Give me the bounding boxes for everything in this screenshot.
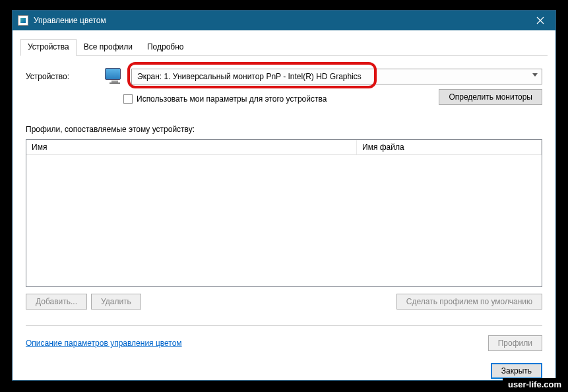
column-file[interactable]: Имя файла [357, 140, 542, 154]
use-settings-checkbox[interactable] [123, 94, 133, 104]
close-button[interactable]: Закрыть [491, 363, 542, 379]
column-name[interactable]: Имя [26, 140, 357, 154]
app-icon [18, 15, 28, 26]
close-icon[interactable] [525, 11, 555, 30]
device-combo-wrap: Экран: 1. Универсальный монитор PnP - In… [131, 69, 542, 84]
set-default-button: Сделать профилем по умолчанию [396, 294, 542, 310]
device-dropdown[interactable]: Экран: 1. Универсальный монитор PnP - In… [131, 69, 542, 84]
tab-devices[interactable]: Устройства [20, 39, 77, 56]
client-area: Устройства Все профили Подробно Устройст… [13, 30, 555, 391]
device-row: Устройство: Экран: 1. Универсальный мони… [26, 68, 542, 85]
device-dropdown-value: Экран: 1. Универсальный монитор PnP - In… [137, 72, 362, 81]
chevron-down-icon [532, 73, 538, 77]
remove-button: Удалить [91, 294, 141, 310]
list-buttons-row: Добавить... Удалить Сделать профилем по … [26, 294, 542, 310]
device-label: Устройство: [26, 72, 98, 81]
footer-row: Описание параметров управления цветом Пр… [26, 335, 542, 351]
titlebar: Управление цветом [13, 11, 555, 30]
list-header: Имя Имя файла [26, 140, 542, 155]
use-settings-label: Использовать мои параметры для этого уст… [137, 94, 327, 104]
tab-strip: Устройства Все профили Подробно [20, 38, 548, 56]
help-link[interactable]: Описание параметров управления цветом [26, 339, 182, 348]
profiles-section-label: Профили, сопоставляемые этому устройству… [26, 125, 542, 134]
identify-monitors-button[interactable]: Определить мониторы [439, 89, 542, 105]
monitor-icon [105, 68, 125, 85]
color-management-window: Управление цветом Устройства Все профили… [12, 10, 556, 381]
devices-panel: Устройство: Экран: 1. Универсальный мони… [20, 56, 548, 384]
watermark: user-life.com [503, 378, 567, 391]
divider [26, 325, 542, 326]
profiles-button: Профили [488, 335, 542, 351]
profiles-list[interactable]: Имя Имя файла [26, 139, 542, 287]
tab-all-profiles[interactable]: Все профили [77, 39, 140, 56]
tab-advanced[interactable]: Подробно [140, 39, 191, 56]
add-button: Добавить... [26, 294, 87, 310]
window-title: Управление цветом [34, 16, 525, 25]
